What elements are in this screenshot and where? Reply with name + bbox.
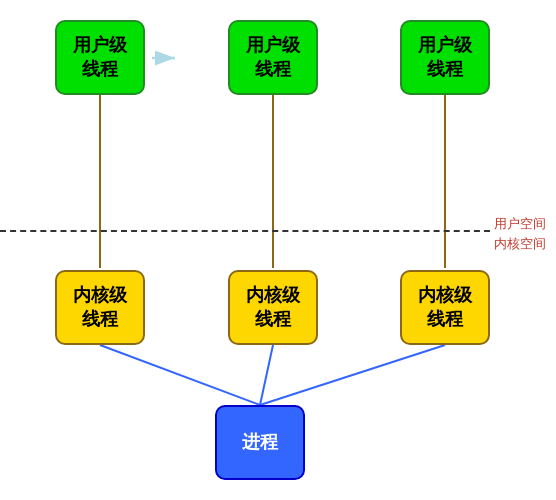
kernel-space-label: 内核空间	[494, 235, 546, 253]
svg-line-5	[260, 345, 445, 405]
process-box: 进程	[215, 405, 305, 480]
divider-line	[0, 230, 490, 232]
svg-line-4	[260, 345, 273, 405]
user-thread-1: 用户级线程	[55, 20, 145, 95]
user-thread-2: 用户级线程	[228, 20, 318, 95]
diagram-container: 用户空间 内核空间 用户级线程 用户级线程 用户级线程 内核级线程 内核级线程 …	[0, 0, 556, 500]
user-space-label: 用户空间	[494, 215, 546, 233]
user-thread-3: 用户级线程	[400, 20, 490, 95]
kernel-thread-2: 内核级线程	[228, 270, 318, 345]
kernel-thread-3: 内核级线程	[400, 270, 490, 345]
svg-line-3	[100, 345, 260, 405]
kernel-thread-1: 内核级线程	[55, 270, 145, 345]
